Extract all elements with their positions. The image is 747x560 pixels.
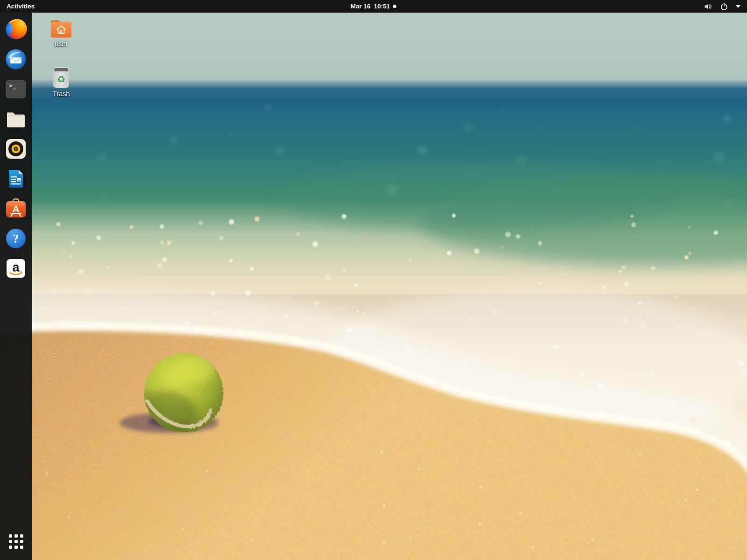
- dock-item-terminal[interactable]: >_: [5, 78, 27, 100]
- show-applications-button[interactable]: [5, 530, 27, 553]
- files-icon: [5, 108, 27, 130]
- desktop-icon-trash[interactable]: ♻ Trash: [39, 66, 84, 98]
- show-applications-icon: [9, 534, 23, 549]
- desktop-icon-label: Trash: [53, 90, 70, 98]
- power-icon: [720, 2, 728, 11]
- dock-item-thunderbird[interactable]: [5, 48, 27, 70]
- firefox-icon: [5, 18, 27, 41]
- dock: >_: [0, 13, 32, 560]
- water-tongue-mid: [280, 166, 672, 231]
- dock-item-help[interactable]: ?: [5, 227, 27, 250]
- help-icon: ?: [5, 227, 27, 250]
- top-bar: Activities Mar 16 10:51: [0, 0, 747, 13]
- clock-time: 10:51: [374, 3, 390, 10]
- dock-item-ubuntu-software[interactable]: A: [5, 197, 27, 220]
- libreoffice-writer-icon: [5, 168, 27, 190]
- clock-date: Mar 16: [351, 3, 371, 10]
- dock-item-libreoffice-writer[interactable]: [5, 168, 27, 190]
- dock-item-files[interactable]: [5, 108, 27, 130]
- terminal-icon: >_: [5, 78, 27, 100]
- desktop-icon-label: user: [55, 40, 68, 48]
- clock-button[interactable]: Mar 16 10:51: [351, 0, 396, 13]
- dock-item-firefox[interactable]: [5, 18, 27, 41]
- desktop-icon-user[interactable]: user: [39, 18, 84, 48]
- activities-button[interactable]: Activities: [0, 0, 41, 13]
- caret-down-icon: [736, 5, 740, 8]
- software-letter-glyph: A: [12, 203, 19, 214]
- notification-dot-icon: [393, 5, 396, 8]
- dock-item-rhythmbox[interactable]: [5, 138, 27, 160]
- trash-icon: ♻: [49, 66, 73, 89]
- amazon-icon: a: [5, 257, 27, 280]
- recycle-glyph: ♻: [57, 74, 65, 85]
- volume-icon: [704, 3, 712, 10]
- terminal-prompt-glyph: >_: [9, 82, 16, 90]
- help-question-glyph: ?: [13, 232, 19, 245]
- rhythmbox-icon: [5, 138, 27, 160]
- ubuntu-software-icon: A: [5, 197, 27, 220]
- wallpaper-beach: [0, 0, 747, 560]
- thunderbird-icon: [5, 48, 27, 70]
- dock-item-amazon[interactable]: a: [5, 257, 27, 280]
- home-folder-icon: [49, 18, 73, 39]
- system-menu-button[interactable]: [698, 0, 747, 13]
- amazon-letter-glyph: a: [12, 260, 20, 274]
